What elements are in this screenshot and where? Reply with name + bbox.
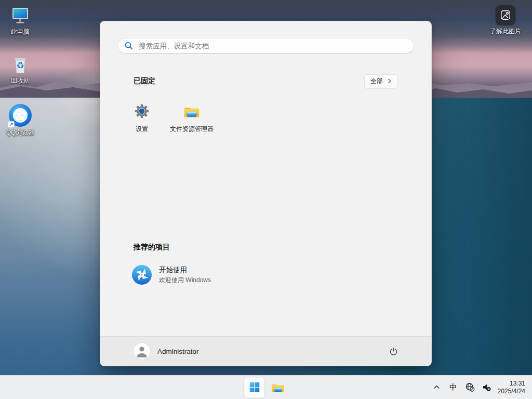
all-apps-label: 全部 [370, 77, 383, 86]
settings-gear-icon [133, 102, 151, 120]
start-menu-user-bar: Administrator [100, 336, 431, 366]
pinned-section-header: 已固定 全部 [134, 74, 398, 88]
search-box [117, 38, 414, 54]
network-status-button[interactable] [463, 379, 477, 396]
desktop-icon-this-pc[interactable]: 此电脑 [3, 5, 37, 35]
recommended-title: 推荐的项目 [134, 243, 170, 251]
taskbar-center-buttons [244, 376, 288, 399]
speaker-muted-icon [482, 382, 491, 392]
pinned-title: 已固定 [134, 76, 155, 86]
start-button[interactable] [244, 377, 265, 398]
spotlight-label: 了解此图片 [490, 28, 521, 35]
desktop-icon-recycle-bin[interactable]: ♻ 回收站 [3, 54, 37, 84]
recycle-bin-icon: ♻ [10, 54, 30, 75]
pinned-apps-grid: 设置 文件资源管理器 [117, 98, 415, 143]
user-profile-button[interactable]: Administrator [134, 343, 199, 360]
taskbar-file-explorer-button[interactable] [268, 377, 288, 398]
pinned-app-label: 文件资源管理器 [170, 125, 214, 134]
desktop-icon-label: 回收站 [11, 77, 30, 84]
pinned-app-settings[interactable]: 设置 [117, 98, 167, 143]
clock[interactable]: 13:31 2025/4/24 [498, 380, 525, 395]
search-icon [124, 41, 134, 50]
recommended-section-header: 推荐的项目 [134, 242, 170, 252]
ime-indicator[interactable]: 中 [447, 379, 460, 396]
shortcut-arrow-icon: ↗ [8, 121, 15, 128]
desktop-icon-qq-browser[interactable]: ↗ QQ浏览器 [3, 104, 37, 136]
clock-time: 13:31 [498, 380, 525, 388]
search-input[interactable] [117, 38, 414, 54]
taskbar: 中 13:31 [0, 375, 532, 399]
recommended-item-title: 开始使用 [159, 265, 211, 275]
monitor-icon [10, 5, 31, 26]
chevron-right-icon [388, 78, 392, 84]
cloud-icon [15, 116, 24, 120]
user-avatar-icon [134, 343, 150, 360]
power-icon [389, 347, 398, 356]
recycle-symbol: ♻ [16, 61, 24, 70]
recommended-item-get-started[interactable]: 开始使用 欢迎使用 Windows [125, 260, 281, 290]
pinned-app-label: 设置 [136, 125, 148, 134]
recommended-item-subtitle: 欢迎使用 Windows [159, 276, 211, 285]
power-button[interactable] [384, 342, 402, 360]
chevron-up-icon [433, 383, 441, 391]
qq-browser-icon: ↗ [9, 104, 32, 127]
get-started-icon [131, 264, 152, 285]
spotlight-widget[interactable]: 了解此图片 [486, 5, 525, 35]
all-apps-button[interactable]: 全部 [364, 74, 398, 88]
windows-logo-icon [249, 382, 259, 392]
start-menu: 已固定 全部 [100, 21, 432, 366]
clock-date: 2025/4/24 [498, 388, 525, 395]
globe-offline-icon [465, 382, 475, 392]
pinned-app-file-explorer[interactable]: 文件资源管理器 [167, 98, 217, 143]
hidden-icons-button[interactable] [430, 379, 444, 396]
username: Administrator [157, 348, 199, 355]
desktop-icon-label: QQ浏览器 [6, 129, 35, 136]
folder-icon [271, 380, 285, 394]
desktop-wallpaper: 此电脑 ♻ 回收站 ↗ QQ浏览器 了解此图片 [0, 0, 532, 399]
system-tray: 中 13:31 [427, 376, 532, 399]
folder-icon [183, 102, 201, 120]
picture-icon [496, 5, 515, 25]
volume-button[interactable] [480, 379, 494, 396]
desktop-icon-label: 此电脑 [11, 28, 30, 35]
